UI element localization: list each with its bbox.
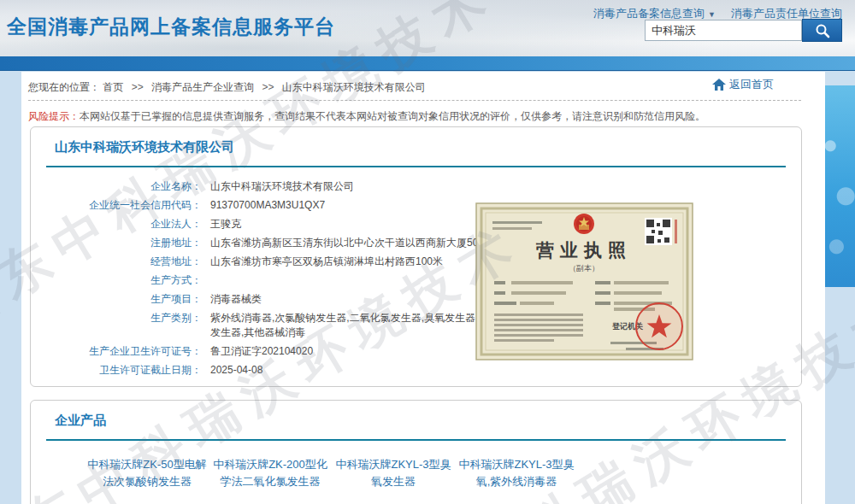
field-label: 生产类别： — [31, 311, 202, 340]
main-content: 您现在的位置： 首页 >> 消毒产品生产企业查询 >> 山东中科瑞沃环境技术有限… — [21, 72, 825, 504]
risk-notice: 风险提示：本网站仅基于已掌握的信息提供查询服务，查询结果不代表本网站对被查询对象… — [28, 109, 705, 124]
license-title: 营业执照 — [535, 240, 632, 260]
risk-notice-text: 本网站仅基于已掌握的信息提供查询服务，查询结果不代表本网站对被查询对象信用状况的… — [80, 110, 705, 122]
search-icon — [814, 22, 831, 39]
site-title: 全国消毒产品网上备案信息服务平台 — [7, 14, 335, 40]
field-row-license-expiry-date: 卫生许可证截止日期： 2025-04-08 — [31, 363, 801, 378]
header-divider-bar — [0, 56, 855, 71]
back-home-label: 返回首页 — [729, 77, 774, 92]
field-value: 山东中科瑞沃环境技术有限公司 — [210, 179, 354, 194]
field-value: 91370700MA3M3U1QX7 — [210, 198, 325, 213]
home-icon — [712, 79, 726, 91]
field-value: 鲁卫消证字202104020 — [210, 344, 313, 359]
breadcrumb-separator: >> — [132, 81, 144, 93]
field-label: 生产企业卫生许可证号： — [31, 344, 202, 359]
red-seal — [636, 303, 682, 349]
field-label: 注册地址： — [31, 236, 202, 250]
products-title: 企业产品 — [55, 413, 801, 429]
section-divider — [46, 439, 786, 441]
field-value: 紫外线消毒器,次氯酸钠发生器,二氧化氯发生器,臭氧发生器、臭氧水发生器,其他器械… — [210, 311, 518, 340]
field-row-company-name: 企业名称： 山东中科瑞沃环境技术有限公司 — [31, 179, 801, 194]
field-label: 企业名称： — [31, 179, 202, 194]
top-header: 全国消毒产品网上备案信息服务平台 消毒产品备案信息查询▼ 消毒产品责任单位查询 — [0, 0, 855, 56]
risk-notice-label: 风险提示： — [28, 110, 80, 122]
breadcrumb-home-link[interactable]: 首页 — [103, 81, 123, 93]
breadcrumb-enterprise-query-link[interactable]: 消毒产品生产企业查询 — [151, 81, 254, 93]
search-button[interactable] — [802, 19, 842, 42]
field-label: 卫生许可证截止日期： — [31, 363, 202, 378]
company-info-panel: 山东中科瑞沃环境技术有限公司 企业名称： 山东中科瑞沃环境技术有限公司 企业统一… — [30, 126, 802, 387]
breadcrumb-prefix: 您现在的位置： — [28, 81, 100, 93]
field-value: 山东省潍坊市寒亭区双杨店镇湖淋埠出村路西100米 — [210, 255, 443, 269]
field-value: 王骏克 — [210, 217, 241, 231]
product-list: 中科瑞沃牌ZK-50型电解法次氯酸钠发生器 中科瑞沃牌ZK-200型化学法二氧化… — [86, 456, 801, 489]
field-value: 消毒器械类 — [210, 292, 262, 307]
back-home-link[interactable]: 返回首页 — [712, 77, 774, 92]
search-input[interactable] — [645, 20, 802, 41]
field-label: 生产项目： — [31, 292, 202, 307]
products-panel: 企业产品 中科瑞沃牌ZK-50型电解法次氯酸钠发生器 中科瑞沃牌ZK-200型化… — [30, 400, 802, 504]
field-label: 经营地址： — [31, 255, 202, 269]
field-label: 生产方式： — [31, 273, 202, 288]
field-label: 企业法人： — [31, 217, 202, 231]
product-link-zkyl3-ozone[interactable]: 中科瑞沃牌ZKYL-3型臭氧发生器 — [333, 456, 454, 489]
chevron-down-icon: ▼ — [708, 10, 716, 19]
national-emblem-icon — [574, 214, 594, 234]
breadcrumb-separator: >> — [262, 81, 274, 93]
molecule-decoration-image — [824, 85, 855, 287]
product-link-zk50[interactable]: 中科瑞沃牌ZK-50型电解法次氯酸钠发生器 — [86, 456, 208, 489]
dashed-divider — [28, 100, 801, 101]
company-title: 山东中科瑞沃环境技术有限公司 — [55, 139, 801, 155]
license-subtitle: （副本） — [569, 264, 599, 273]
page: 山东中科瑞沃环境技术 山东中科瑞沃环境技术 山东中科瑞沃环境技术 全国消毒产品网… — [0, 0, 855, 504]
nav-link-label: 消毒产品备案信息查询 — [593, 7, 705, 20]
breadcrumb-current-page: 山东中科瑞沃环境技术有限公司 — [282, 81, 426, 93]
breadcrumb: 您现在的位置： 首页 >> 消毒产品生产企业查询 >> 山东中科瑞沃环境技术有限… — [28, 80, 426, 95]
product-link-zk200[interactable]: 中科瑞沃牌ZK-200型化学法二氧化氯发生器 — [209, 456, 331, 489]
product-link-zkyl3-uv[interactable]: 中科瑞沃牌ZKYL-3型臭氧,紫外线消毒器 — [456, 456, 577, 489]
business-license-image: 营业执照 （副本） — [475, 202, 693, 360]
section-divider — [46, 166, 786, 167]
search-bar — [645, 19, 842, 42]
field-value: 山东省潍坊高新区玉清东街以北中心次干道以西商新大厦502房间 — [210, 236, 504, 250]
field-value: 2025-04-08 — [210, 363, 262, 378]
field-label: 企业统一社会信用代码： — [31, 198, 202, 213]
